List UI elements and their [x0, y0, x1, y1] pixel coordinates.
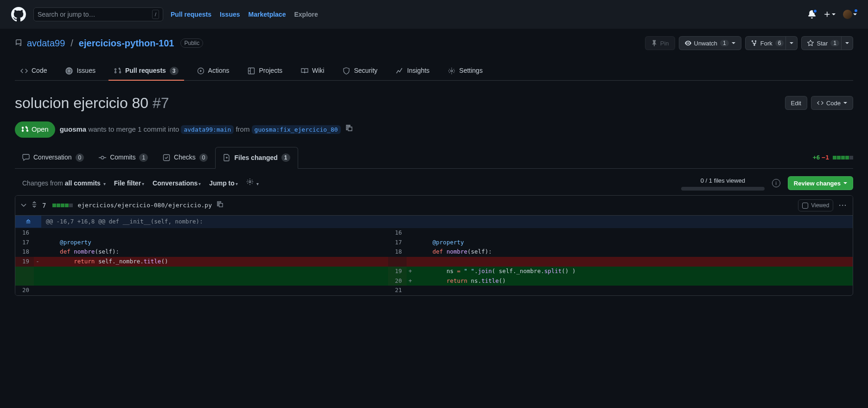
jump-to-menu[interactable]: Jump to▾: [209, 178, 237, 188]
unwatch-button[interactable]: Unwatch 1: [679, 36, 741, 50]
tab-projects[interactable]: Projects: [242, 61, 288, 80]
pr-state-badge: Open: [15, 121, 55, 138]
info-icon[interactable]: i: [772, 179, 780, 187]
notifications-button[interactable]: [808, 10, 816, 19]
global-header: Search or jump to… / Pull requests Issue…: [0, 0, 868, 29]
pr-author[interactable]: guosma: [60, 125, 87, 133]
code-dropdown-button[interactable]: Code: [811, 96, 853, 110]
line-sign-right: [407, 286, 414, 295]
collapse-file-button[interactable]: [21, 201, 26, 210]
subtab-files[interactable]: Files changed 1: [215, 147, 298, 169]
star-button[interactable]: Star 1: [801, 36, 845, 50]
line-number-right[interactable]: 21: [388, 286, 407, 295]
tab-code[interactable]: Code: [15, 61, 52, 80]
line-number-right[interactable]: 18: [388, 247, 407, 257]
line-number-left[interactable]: 18: [15, 247, 34, 257]
tab-security[interactable]: Security: [337, 61, 383, 80]
unfold-up-icon: [25, 218, 32, 225]
copy-branch-button[interactable]: [345, 124, 353, 135]
base-branch[interactable]: avdata99:main: [181, 125, 234, 134]
line-number-left[interactable]: 17: [15, 238, 34, 248]
line-code-left[interactable]: return self._nombre.title(): [41, 257, 388, 267]
line-number-left[interactable]: [15, 276, 34, 286]
tab-settings[interactable]: Settings: [442, 61, 488, 80]
line-number-right[interactable]: 19: [388, 267, 407, 276]
repo-icon: [15, 39, 22, 47]
line-sign-left: [34, 238, 41, 248]
nav-marketplace[interactable]: Marketplace: [249, 10, 286, 19]
line-number-right[interactable]: [388, 257, 407, 267]
line-code-right[interactable]: ns = " ".join( self._nombre.split() ): [414, 267, 853, 276]
changes-from-menu[interactable]: Changes from all commits ▾: [22, 178, 106, 188]
line-number-right[interactable]: 20: [388, 276, 407, 286]
header-right: [808, 10, 857, 19]
line-sign-right: [407, 228, 414, 238]
tab-issues[interactable]: Issues: [60, 61, 101, 80]
line-code-left[interactable]: [41, 228, 388, 238]
star-menu[interactable]: [841, 36, 853, 50]
file-filter-menu[interactable]: File filter▾: [114, 178, 144, 188]
visibility-badge: Public: [180, 38, 203, 48]
file-menu-button[interactable]: ···: [839, 201, 847, 210]
line-number-left[interactable]: 19: [15, 257, 34, 267]
global-search[interactable]: Search or jump to… /: [33, 7, 163, 21]
tab-wiki[interactable]: Wiki: [295, 61, 330, 80]
line-number-left[interactable]: 20: [15, 286, 34, 295]
line-code-left[interactable]: @property: [41, 238, 388, 248]
line-number-left[interactable]: [15, 267, 34, 276]
expand-all-button[interactable]: [31, 201, 38, 210]
file-diffstat-squares: [52, 204, 73, 207]
fork-icon: [751, 40, 758, 46]
edit-title-button[interactable]: Edit: [785, 96, 807, 110]
pin-button[interactable]: Pin: [645, 36, 675, 50]
create-new-menu[interactable]: [823, 11, 836, 18]
pr-title: solucion ejercicio 80 #7: [15, 92, 778, 114]
subtab-checks[interactable]: Checks 0: [155, 147, 215, 168]
line-code-right[interactable]: [414, 228, 853, 238]
file-change-count: 7: [42, 201, 46, 210]
expand-hunk-button[interactable]: [15, 216, 41, 228]
line-code-left[interactable]: [41, 286, 388, 295]
tab-insights[interactable]: Insights: [390, 61, 435, 80]
line-code-left[interactable]: def nombre(self):: [41, 247, 388, 257]
line-code-right[interactable]: [414, 257, 853, 267]
line-sign-right: +: [407, 276, 414, 286]
line-number-left[interactable]: 16: [15, 228, 34, 238]
diff-toolbar: Changes from all commits ▾ File filter▾ …: [15, 169, 853, 196]
line-code-right[interactable]: def nombre(self):: [414, 247, 853, 257]
repo-owner-link[interactable]: avdata99: [27, 36, 65, 50]
copy-path-button[interactable]: [217, 201, 223, 210]
github-logo[interactable]: [11, 7, 26, 22]
viewed-toggle[interactable]: Viewed: [798, 199, 833, 211]
subtab-conversation[interactable]: Conversation 0: [15, 147, 91, 168]
tab-pulls[interactable]: Pull requests 3: [108, 61, 184, 80]
tab-actions[interactable]: Actions: [191, 61, 235, 80]
repo-sep: /: [70, 36, 73, 50]
line-number-right[interactable]: 17: [388, 238, 407, 248]
review-changes-button[interactable]: Review changes: [788, 176, 853, 190]
fork-button[interactable]: Fork 6: [745, 36, 790, 50]
line-number-right[interactable]: 16: [388, 228, 407, 238]
repo-name-link[interactable]: ejercicios-python-101: [79, 36, 174, 50]
head-branch[interactable]: guosma:fix_ejercicio_80: [252, 125, 341, 134]
line-code-right[interactable]: [414, 286, 853, 295]
diffstat-squares: [833, 156, 853, 159]
subtab-commits[interactable]: Commits 1: [91, 147, 155, 168]
nav-pulls[interactable]: Pull requests: [171, 10, 211, 19]
line-code-right[interactable]: return ns.title(): [414, 276, 853, 286]
conversations-menu[interactable]: Conversations▾: [153, 178, 201, 188]
fork-menu[interactable]: [785, 36, 798, 50]
chevron-down-icon: [843, 181, 847, 185]
user-menu[interactable]: [843, 10, 857, 19]
diff-settings-menu[interactable]: ▾: [246, 178, 259, 188]
file-path[interactable]: ejercicios/ejercicio-080/ejercicio.py: [77, 201, 212, 210]
line-sign-left: -: [34, 257, 41, 267]
line-code-left[interactable]: [41, 276, 388, 286]
nav-explore[interactable]: Explore: [294, 10, 318, 19]
nav-issues[interactable]: Issues: [220, 10, 240, 19]
line-code-left[interactable]: [41, 267, 388, 276]
line-code-right[interactable]: @property: [414, 238, 853, 248]
diff-table: @@ -16,7 +16,8 @@ def __init__(self, nom…: [15, 216, 853, 295]
line-sign-right: [407, 257, 414, 267]
pr-subtabs: Conversation 0 Commits 1 Checks 0 Files …: [15, 147, 298, 168]
